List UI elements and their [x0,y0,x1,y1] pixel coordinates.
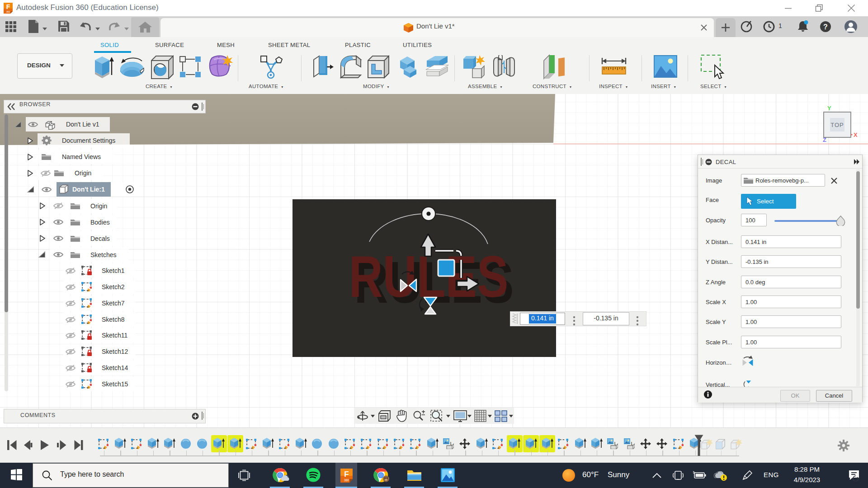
svg-text:360: 360 [344,479,349,482]
svg-text:F: F [6,3,10,10]
svg-text:Z: Z [823,136,826,143]
svg-text:?: ? [823,23,828,31]
svg-text:360: 360 [6,10,10,13]
svg-text:Y: Y [827,105,831,112]
svg-text:TOP: TOP [830,122,844,128]
svg-text:F: F [344,470,349,479]
svg-text:X: X [854,131,858,138]
